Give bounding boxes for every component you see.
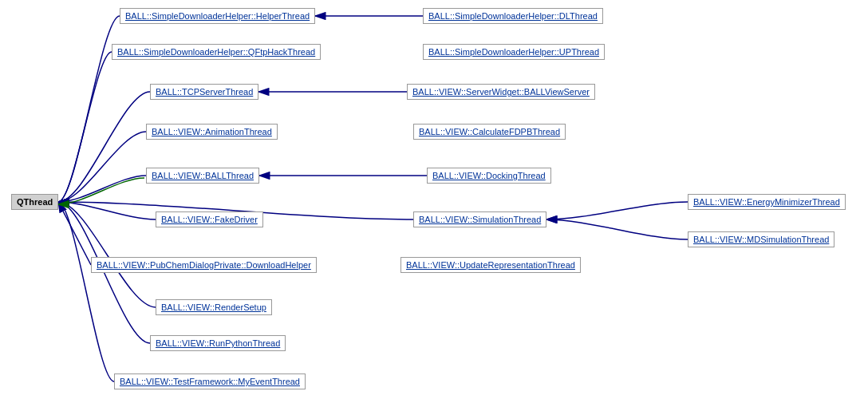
node-simpledownloader_helperthread[interactable]: BALL::SimpleDownloaderHelper::HelperThre… xyxy=(120,8,315,24)
node-simpledownloader_dlthread[interactable]: BALL::SimpleDownloaderHelper::DLThread xyxy=(423,8,603,24)
node-ballviewserver[interactable]: BALL::VIEW::ServerWidget::BALLViewServer xyxy=(407,84,595,100)
node-simpledownloader_qftphack[interactable]: BALL::SimpleDownloaderHelper::QFtpHackTh… xyxy=(112,44,321,60)
node-simpledownloader_upthread[interactable]: BALL::SimpleDownloaderHelper::UPThread xyxy=(423,44,605,60)
node-mdsimulation[interactable]: BALL::VIEW::MDSimulationThread xyxy=(688,231,834,247)
node-energyminimizer[interactable]: BALL::VIEW::EnergyMinimizerThread xyxy=(688,194,846,210)
node-runpythonthread[interactable]: BALL::VIEW::RunPythonThread xyxy=(150,335,286,351)
node-fakedriver[interactable]: BALL::VIEW::FakeDriver xyxy=(156,211,263,227)
node-ballthread[interactable]: BALL::VIEW::BALLThread xyxy=(146,168,259,184)
node-tcpserverthread[interactable]: BALL::TCPServerThread xyxy=(150,84,258,100)
node-updaterepresentationthread[interactable]: BALL::VIEW::UpdateRepresentationThread xyxy=(400,257,581,273)
node-dockingthread[interactable]: BALL::VIEW::DockingThread xyxy=(427,168,551,184)
node-calculatefdpbthread[interactable]: BALL::VIEW::CalculateFDPBThread xyxy=(413,124,566,140)
diagram-container: QThreadBALL::SimpleDownloaderHelper::Hel… xyxy=(0,0,868,415)
node-qthread[interactable]: QThread xyxy=(11,194,58,210)
node-pubchemdownloadhelper[interactable]: BALL::VIEW::PubChemDialogPrivate::Downlo… xyxy=(91,257,317,273)
node-animationthread[interactable]: BALL::VIEW::AnimationThread xyxy=(146,124,278,140)
node-rendersetup[interactable]: BALL::VIEW::RenderSetup xyxy=(156,299,272,315)
node-testframework[interactable]: BALL::VIEW::TestFramework::MyEventThread xyxy=(114,374,306,389)
node-simulationthread[interactable]: BALL::VIEW::SimulationThread xyxy=(413,211,546,227)
